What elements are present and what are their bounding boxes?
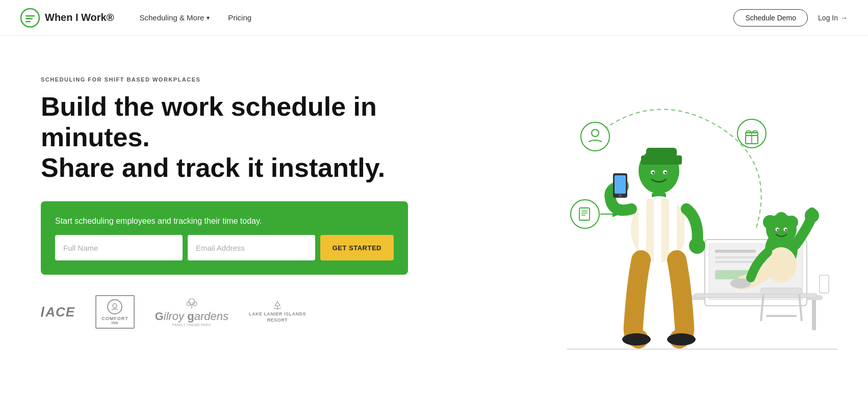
hero-form-row: GET STARTED bbox=[55, 235, 394, 260]
svg-point-0 bbox=[21, 9, 39, 27]
nav-links: Scheduling & More Pricing bbox=[139, 13, 733, 22]
nav-pricing[interactable]: Pricing bbox=[228, 13, 251, 22]
logos-row: / ACE COMFORT INN bbox=[41, 295, 473, 329]
svg-rect-46 bbox=[661, 199, 669, 265]
svg-point-16 bbox=[571, 200, 599, 228]
hero-illustration bbox=[473, 66, 827, 397]
hero-form-card: Start scheduling employees and tracking … bbox=[41, 201, 408, 275]
hero-illustration-svg bbox=[491, 56, 848, 397]
svg-point-39 bbox=[652, 172, 654, 174]
svg-point-71 bbox=[807, 207, 817, 221]
hero-eyebrow: SCHEDULING FOR SHIFT BASED WORKPLACES bbox=[41, 76, 473, 83]
logo-gilroy-gardens: Gilroy gardens FAMILY THEME PARK bbox=[155, 298, 228, 327]
svg-rect-29 bbox=[715, 250, 756, 253]
svg-point-51 bbox=[619, 194, 622, 197]
hero-content: SCHEDULING FOR SHIFT BASED WORKPLACES Bu… bbox=[41, 66, 473, 329]
svg-rect-2 bbox=[25, 18, 33, 19]
hero-section: SCHEDULING FOR SHIFT BASED WORKPLACES Bu… bbox=[0, 36, 868, 397]
nav-scheduling-more[interactable]: Scheduling & More bbox=[139, 13, 210, 22]
svg-point-63 bbox=[785, 229, 787, 231]
logo-text: When I Work® bbox=[45, 12, 114, 23]
logo-lake-lanier: LAKE LANIER ISLANDSRESORT bbox=[249, 301, 306, 324]
svg-point-40 bbox=[665, 172, 667, 174]
hero-form-subtitle: Start scheduling employees and tracking … bbox=[55, 217, 394, 226]
main-nav: When I Work® Scheduling & More Pricing S… bbox=[0, 0, 868, 36]
svg-rect-1 bbox=[25, 15, 35, 17]
full-name-input[interactable] bbox=[55, 235, 183, 260]
nav-actions: Schedule Demo Log In bbox=[733, 9, 848, 27]
hero-headline: Build the work schedule in minutes. Shar… bbox=[41, 92, 473, 183]
logo-link[interactable]: When I Work® bbox=[20, 8, 114, 28]
logo-icon bbox=[20, 8, 40, 28]
svg-point-53 bbox=[622, 333, 651, 346]
svg-rect-33 bbox=[820, 275, 829, 293]
svg-point-4 bbox=[113, 304, 117, 308]
svg-point-54 bbox=[667, 333, 696, 346]
email-input[interactable] bbox=[188, 235, 315, 260]
svg-point-57 bbox=[763, 215, 777, 229]
svg-point-59 bbox=[785, 216, 798, 229]
comfort-inn-icon bbox=[111, 303, 119, 311]
logo-ace: / ACE bbox=[41, 304, 75, 320]
lake-lanier-icon bbox=[270, 301, 285, 311]
schedule-demo-button[interactable]: Schedule Demo bbox=[733, 9, 808, 27]
hero-headline-line2: Share and track it instantly. bbox=[41, 153, 385, 182]
svg-rect-66 bbox=[761, 288, 802, 294]
svg-rect-25 bbox=[812, 300, 816, 330]
login-button[interactable]: Log In bbox=[818, 14, 848, 22]
svg-point-52 bbox=[689, 237, 705, 254]
gilroy-gardens-icon bbox=[184, 298, 199, 310]
svg-rect-3 bbox=[25, 21, 31, 22]
get-started-button[interactable]: GET STARTED bbox=[320, 235, 394, 260]
svg-point-62 bbox=[777, 229, 779, 231]
svg-rect-36 bbox=[646, 148, 677, 158]
logo-comfort-inn: COMFORT INN bbox=[95, 295, 135, 329]
svg-rect-50 bbox=[615, 175, 626, 194]
hero-headline-line1: Build the work schedule in minutes. bbox=[41, 92, 377, 152]
